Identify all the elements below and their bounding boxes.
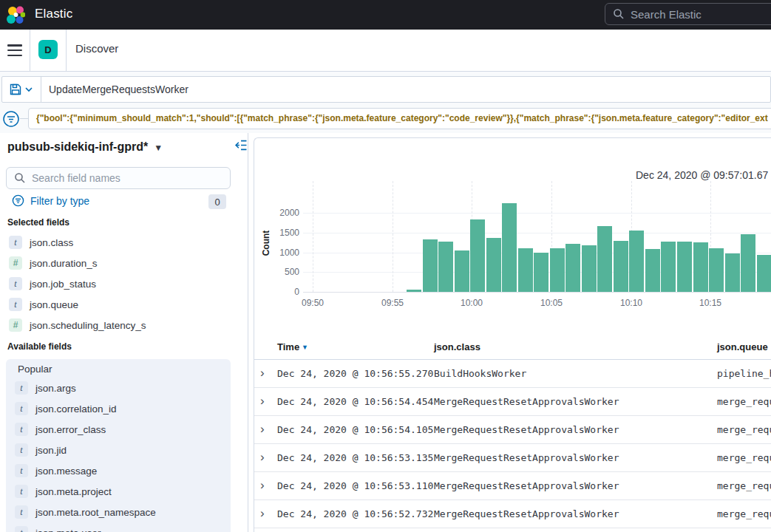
histogram-bar-10:06[interactable] (565, 244, 580, 292)
histogram-bar-10:05[interactable] (550, 248, 565, 292)
top-app-bar: Elastic Search Elastic (0, 0, 771, 30)
histogram-bar-10:04[interactable] (534, 253, 548, 292)
filter-icon[interactable] (2, 110, 20, 128)
field-item[interactable]: tjson.meta.user (15, 522, 101, 532)
field-name: json.jid (35, 445, 67, 456)
collapse-sidebar-icon[interactable] (234, 139, 247, 151)
field-item[interactable]: tjson.meta.root_namespace (15, 502, 156, 522)
table-row[interactable]: ›Dec 24, 2020 @ 10:56:54.105MergeRequest… (254, 416, 771, 444)
table-row[interactable]: ›Dec 24, 2020 @ 10:56:52.732MergeRequest… (254, 500, 771, 528)
string-type-icon: t (15, 381, 28, 395)
column-header-time[interactable]: Time▼ (277, 341, 308, 352)
chevron-down-icon: ▼ (154, 143, 163, 153)
histogram-bar-09:57[interactable] (423, 239, 438, 292)
histogram-bar-09:59[interactable] (455, 250, 469, 292)
string-type-icon: t (15, 464, 28, 477)
expand-row-icon[interactable]: › (260, 366, 265, 381)
histogram-bar-10:18[interactable] (757, 255, 771, 292)
discover-app-badge[interactable]: D (38, 40, 58, 59)
histogram-bar-10:15[interactable] (709, 248, 724, 292)
histogram-bar-09:58[interactable] (438, 242, 453, 292)
histogram-bar-10:10[interactable] (629, 231, 644, 292)
field-item[interactable]: tjson.meta.project (15, 481, 112, 502)
string-type-icon: t (15, 443, 28, 457)
filter-icon (12, 194, 24, 207)
field-search-input[interactable]: Search field names (6, 167, 231, 189)
string-type-icon: t (9, 236, 22, 249)
histogram-bar-10:00[interactable] (470, 219, 485, 292)
table-row[interactable]: ›Dec 24, 2020 @ 10:56:53.135MergeRequest… (254, 444, 771, 472)
cell-time: Dec 24, 2020 @ 10:56:52.732 (277, 508, 433, 519)
string-type-icon: t (9, 277, 22, 290)
histogram-bar-10:12[interactable] (661, 242, 676, 292)
field-name: json.args (35, 383, 76, 394)
field-item[interactable]: tjson.job_status (9, 273, 96, 294)
brand-title: Elastic (35, 7, 72, 21)
histogram-bar-10:16[interactable] (725, 253, 740, 292)
expand-row-icon[interactable]: › (260, 450, 265, 465)
cell-json-class: MergeRequestResetApprovalsWorker (434, 396, 619, 407)
cell-json-class: BuildHooksWorker (434, 368, 526, 379)
gridline (303, 233, 771, 233)
table-row[interactable]: ›Dec 24, 2020 @ 10:56:53.110MergeRequest… (254, 472, 771, 500)
table-row[interactable]: ›Dec 24, 2020 @ 10:56:54.454MergeRequest… (254, 388, 771, 416)
histogram-bar-10:03[interactable] (518, 248, 533, 292)
cell-json-queue: pipeline_ho (717, 368, 771, 379)
table-row[interactable]: ›Dec 24, 2020 @ 10:56:55.270BuildHooksWo… (254, 360, 771, 388)
string-type-icon: t (15, 402, 28, 415)
query-bar (1, 76, 771, 103)
gridline (313, 181, 313, 292)
histogram-bar-10:02[interactable] (502, 203, 517, 292)
filter-count-badge: 0 (208, 194, 226, 209)
save-query-button[interactable] (2, 77, 41, 102)
histogram-bar-10:09[interactable] (614, 241, 628, 292)
histogram-bar-10:17[interactable] (741, 234, 755, 292)
cell-json-queue: merge_reque (717, 424, 771, 435)
column-header-json-class[interactable]: json.class (434, 341, 480, 352)
menu-icon[interactable] (7, 44, 22, 56)
cell-json-class: MergeRequestResetApprovalsWorker (434, 508, 619, 519)
divider (66, 30, 67, 71)
field-name: json.scheduling_latency_s (30, 320, 146, 331)
cell-time: Dec 24, 2020 @ 10:56:53.135 (277, 452, 433, 463)
elastic-logo-icon (6, 5, 25, 24)
field-item[interactable]: tjson.args (15, 378, 76, 398)
query-input[interactable] (41, 83, 770, 96)
expand-row-icon[interactable]: › (260, 506, 265, 521)
column-header-json-queue[interactable]: json.queue (717, 341, 768, 352)
histogram-bar-10:08[interactable] (597, 226, 612, 292)
field-item[interactable]: tjson.jid (15, 440, 67, 460)
global-search-input[interactable]: Search Elastic (605, 3, 771, 25)
field-item[interactable]: #json.scheduling_latency_s (9, 315, 146, 335)
expand-row-icon[interactable]: › (260, 478, 265, 493)
filter-by-type-button[interactable]: Filter by type (12, 194, 89, 207)
histogram-bar-10:01[interactable] (486, 238, 501, 292)
histogram-bar-10:07[interactable] (582, 245, 597, 292)
cell-json-class: MergeRequestResetApprovalsWorker (434, 452, 619, 463)
x-tick-label: 10:00 (461, 298, 483, 308)
gridline (393, 181, 393, 292)
index-pattern-label: pubsub-sidekiq-inf-gprd* (7, 140, 148, 153)
available-fields-heading: Available fields (7, 341, 72, 352)
field-item[interactable]: #json.duration_s (9, 253, 98, 273)
y-tick-label: 1000 (257, 248, 299, 258)
field-item[interactable]: tjson.message (15, 460, 97, 481)
string-type-icon: t (15, 505, 28, 519)
field-item[interactable]: tjson.class (9, 232, 73, 253)
cell-time: Dec 24, 2020 @ 10:56:54.454 (277, 396, 433, 407)
x-tick-label: 10:05 (540, 298, 563, 308)
expand-row-icon[interactable]: › (260, 394, 265, 409)
expand-row-icon[interactable]: › (260, 422, 265, 437)
field-item[interactable]: tjson.error_class (15, 419, 106, 440)
field-item[interactable]: tjson.queue (9, 294, 78, 315)
field-item[interactable]: tjson.correlation_id (15, 398, 117, 419)
field-name: json.error_class (35, 424, 106, 435)
histogram-bar-10:11[interactable] (645, 249, 660, 292)
filter-pill[interactable]: {"bool":{"minimum_should_match":1,"shoul… (28, 108, 771, 129)
histogram-bar-10:14[interactable] (693, 242, 708, 292)
histogram-bar-10:13[interactable] (677, 242, 692, 292)
index-pattern-selector[interactable]: pubsub-sidekiq-inf-gprd*▼ (7, 140, 163, 154)
x-tick-label: 09:55 (381, 298, 404, 308)
cell-json-class: MergeRequestResetApprovalsWorker (434, 424, 619, 435)
field-name: json.class (30, 237, 73, 248)
